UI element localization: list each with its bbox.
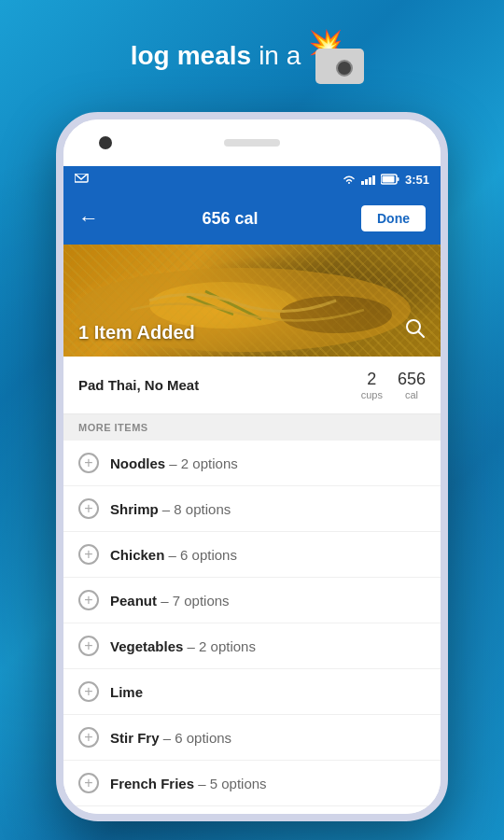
calories-unit: cal: [398, 389, 426, 400]
item-label: Lime: [110, 684, 143, 700]
list-item[interactable]: +French Fries – 5 options: [63, 761, 441, 806]
list-item[interactable]: +Shrimp – 8 options: [63, 486, 441, 532]
more-items-header: MORE ITEMS: [63, 414, 441, 441]
phone-frame: 3:51 ← 656 cal Done 1: [56, 112, 448, 821]
svg-rect-2: [397, 177, 399, 181]
done-button[interactable]: Done: [361, 205, 426, 231]
list-item[interactable]: +Noodles – 2 options: [63, 441, 441, 486]
wifi-icon: [343, 174, 356, 185]
calories-col: 656 cal: [398, 370, 426, 400]
tagline-in-a: in a: [259, 41, 301, 71]
add-icon: +: [78, 590, 99, 610]
list-item[interactable]: +Peanut – 7 options: [63, 578, 441, 623]
item-label: Shrimp – 8 options: [110, 501, 231, 517]
search-button[interactable]: [405, 318, 426, 343]
app-header: ← 656 cal Done: [63, 192, 441, 245]
list-item[interactable]: +Chicken – 6 options: [63, 532, 441, 578]
phone-top-bezel: [63, 119, 441, 166]
add-icon: +: [78, 681, 99, 702]
item-name: Vegetables: [110, 638, 183, 654]
item-options: – 6 options: [164, 547, 237, 563]
add-icon: +: [78, 498, 99, 519]
main-food-item[interactable]: Pad Thai, No Meat 2 cups 656 cal: [63, 357, 441, 414]
add-icon: +: [78, 544, 99, 565]
item-label: Noodles – 2 options: [110, 455, 238, 471]
item-options: – 6 options: [160, 730, 232, 746]
item-name: Peanut: [110, 593, 157, 609]
quantity-col: 2 cups: [361, 370, 383, 400]
time-display: 3:51: [405, 173, 429, 187]
items-added-label: 1 Item Added: [78, 322, 195, 343]
food-name: Pad Thai, No Meat: [78, 377, 199, 393]
back-button[interactable]: ←: [78, 206, 99, 231]
items-list: +Noodles – 2 options+Shrimp – 8 options+…: [63, 441, 441, 814]
item-options: – 2 options: [183, 638, 256, 654]
item-name: Lime: [110, 684, 143, 700]
camera-icon: 💥: [308, 28, 373, 84]
item-label: French Fries – 5 options: [110, 776, 267, 791]
item-options: – 7 options: [157, 593, 230, 609]
signal-icon: [361, 174, 375, 185]
item-name: Shrimp: [110, 501, 159, 517]
item-name: Stir Fry: [110, 730, 160, 746]
item-label: Stir Fry – 6 options: [110, 730, 231, 746]
camera-body: [315, 49, 364, 84]
phone-content: 3:51 ← 656 cal Done 1: [63, 166, 441, 814]
item-name: French Fries: [110, 776, 194, 791]
camera-lens: [336, 60, 353, 77]
food-image: 1 Item Added: [63, 245, 441, 357]
item-label: Vegetables – 2 options: [110, 638, 256, 654]
item-label: Peanut – 7 options: [110, 593, 230, 609]
calories-value: 656: [398, 370, 426, 389]
status-right: 3:51: [343, 173, 429, 187]
item-name: Noodles: [110, 455, 165, 471]
earpiece: [224, 139, 280, 147]
status-bar: 3:51: [63, 166, 441, 192]
add-icon: +: [78, 727, 99, 748]
quantity-value: 2: [361, 370, 383, 389]
add-icon: +: [78, 773, 99, 793]
list-item[interactable]: +Vegetables – 2 options: [63, 623, 441, 669]
item-options: – 2 options: [165, 455, 238, 471]
front-camera: [99, 136, 112, 149]
svg-rect-3: [382, 176, 394, 183]
battery-icon: [381, 174, 399, 185]
list-item[interactable]: +Stir Fry – 6 options: [63, 715, 441, 761]
tagline-log: log: [131, 41, 170, 71]
quantity-unit: cups: [361, 389, 383, 400]
add-icon: +: [78, 453, 99, 473]
item-options: – 8 options: [159, 501, 231, 517]
item-label: Chicken – 6 options: [110, 547, 237, 563]
notification-icon: [75, 174, 90, 185]
food-details: 2 cups 656 cal: [361, 370, 426, 400]
status-left: [75, 174, 90, 185]
calorie-counter: 656 cal: [202, 209, 258, 229]
list-item[interactable]: +Lime: [63, 669, 441, 715]
item-name: Chicken: [110, 547, 164, 563]
list-item[interactable]: +Tofui: [63, 806, 441, 814]
tagline-meals: meals: [177, 41, 251, 71]
app-tagline: log meals in a 💥: [0, 28, 504, 84]
svg-line-10: [418, 331, 424, 337]
item-options: – 5 options: [194, 776, 267, 791]
add-icon: +: [78, 636, 99, 656]
